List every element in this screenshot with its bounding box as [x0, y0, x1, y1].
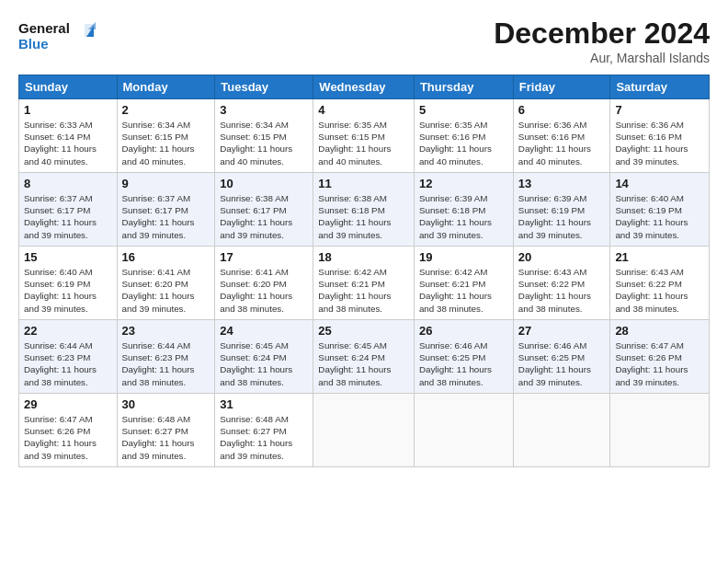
title-block: December 2024 Aur, Marshall Islands	[494, 17, 710, 65]
table-row: 1Sunrise: 6:33 AM Sunset: 6:14 PM Daylig…	[19, 99, 118, 173]
col-saturday: Saturday	[610, 75, 710, 99]
table-row: 31Sunrise: 6:48 AM Sunset: 6:27 PM Dayli…	[215, 394, 313, 467]
day-number: 9	[122, 177, 210, 190]
day-info: Sunrise: 6:43 AM Sunset: 6:22 PM Dayligh…	[615, 266, 704, 315]
table-row: 11Sunrise: 6:38 AM Sunset: 6:18 PM Dayli…	[313, 173, 415, 247]
day-info: Sunrise: 6:41 AM Sunset: 6:20 PM Dayligh…	[122, 266, 210, 315]
calendar-week-row: 8Sunrise: 6:37 AM Sunset: 6:17 PM Daylig…	[19, 173, 710, 247]
table-row: 23Sunrise: 6:44 AM Sunset: 6:23 PM Dayli…	[117, 320, 215, 394]
day-number: 27	[518, 324, 606, 338]
day-number: 4	[318, 103, 409, 117]
day-info: Sunrise: 6:35 AM Sunset: 6:16 PM Dayligh…	[419, 119, 508, 167]
day-number: 2	[122, 103, 210, 117]
table-row: 7Sunrise: 6:36 AM Sunset: 6:16 PM Daylig…	[610, 99, 710, 173]
day-number: 12	[419, 177, 508, 190]
table-row: 13Sunrise: 6:39 AM Sunset: 6:19 PM Dayli…	[513, 173, 610, 247]
table-row: 16Sunrise: 6:41 AM Sunset: 6:20 PM Dayli…	[117, 247, 215, 320]
day-info: Sunrise: 6:47 AM Sunset: 6:26 PM Dayligh…	[615, 339, 704, 388]
day-info: Sunrise: 6:48 AM Sunset: 6:27 PM Dayligh…	[122, 413, 210, 462]
day-number: 19	[419, 250, 508, 264]
table-row: 27Sunrise: 6:46 AM Sunset: 6:25 PM Dayli…	[513, 320, 610, 394]
day-info: Sunrise: 6:36 AM Sunset: 6:16 PM Dayligh…	[615, 119, 704, 167]
day-number: 20	[518, 250, 606, 264]
day-info: Sunrise: 6:45 AM Sunset: 6:24 PM Dayligh…	[318, 339, 409, 388]
table-row: 2Sunrise: 6:34 AM Sunset: 6:15 PM Daylig…	[117, 99, 215, 173]
day-number: 6	[518, 103, 606, 117]
day-number: 15	[24, 250, 112, 264]
table-row: 21Sunrise: 6:43 AM Sunset: 6:22 PM Dayli…	[610, 247, 710, 320]
calendar-week-row: 22Sunrise: 6:44 AM Sunset: 6:23 PM Dayli…	[19, 320, 710, 394]
table-row: 18Sunrise: 6:42 AM Sunset: 6:21 PM Dayli…	[313, 247, 415, 320]
day-info: Sunrise: 6:34 AM Sunset: 6:15 PM Dayligh…	[220, 119, 308, 167]
table-row	[414, 394, 513, 467]
table-row: 25Sunrise: 6:45 AM Sunset: 6:24 PM Dayli…	[313, 320, 415, 394]
day-info: Sunrise: 6:37 AM Sunset: 6:17 PM Dayligh…	[24, 192, 112, 241]
day-number: 22	[24, 324, 112, 338]
day-number: 18	[318, 250, 409, 264]
day-info: Sunrise: 6:40 AM Sunset: 6:19 PM Dayligh…	[615, 192, 704, 241]
table-row: 20Sunrise: 6:43 AM Sunset: 6:22 PM Dayli…	[513, 247, 610, 320]
col-thursday: Thursday	[414, 75, 513, 99]
day-number: 17	[220, 250, 308, 264]
col-monday: Monday	[117, 75, 215, 99]
table-row: 3Sunrise: 6:34 AM Sunset: 6:15 PM Daylig…	[215, 99, 313, 173]
day-info: Sunrise: 6:46 AM Sunset: 6:25 PM Dayligh…	[518, 339, 606, 388]
day-number: 5	[419, 103, 508, 117]
svg-text:Blue: Blue	[18, 36, 49, 52]
day-info: Sunrise: 6:35 AM Sunset: 6:15 PM Dayligh…	[318, 119, 409, 167]
day-info: Sunrise: 6:44 AM Sunset: 6:23 PM Dayligh…	[122, 339, 210, 388]
day-number: 29	[24, 397, 112, 411]
col-sunday: Sunday	[19, 75, 118, 99]
day-number: 1	[24, 103, 112, 117]
day-number: 31	[220, 397, 308, 411]
table-row: 22Sunrise: 6:44 AM Sunset: 6:23 PM Dayli…	[19, 320, 118, 394]
table-row: 14Sunrise: 6:40 AM Sunset: 6:19 PM Dayli…	[610, 173, 710, 247]
svg-text:General: General	[18, 20, 70, 36]
day-info: Sunrise: 6:39 AM Sunset: 6:18 PM Dayligh…	[419, 192, 508, 241]
table-row	[610, 394, 710, 467]
table-row	[513, 394, 610, 467]
location: Aur, Marshall Islands	[494, 51, 710, 65]
table-row: 8Sunrise: 6:37 AM Sunset: 6:17 PM Daylig…	[19, 173, 118, 247]
day-info: Sunrise: 6:34 AM Sunset: 6:15 PM Dayligh…	[122, 119, 210, 167]
day-number: 21	[615, 250, 704, 264]
table-row: 15Sunrise: 6:40 AM Sunset: 6:19 PM Dayli…	[19, 247, 118, 320]
header: General Blue December 2024 Aur, Marshall…	[18, 17, 710, 65]
table-row: 19Sunrise: 6:42 AM Sunset: 6:21 PM Dayli…	[414, 247, 513, 320]
day-info: Sunrise: 6:40 AM Sunset: 6:19 PM Dayligh…	[24, 266, 112, 315]
day-info: Sunrise: 6:44 AM Sunset: 6:23 PM Dayligh…	[24, 339, 112, 388]
day-number: 13	[518, 177, 606, 190]
day-info: Sunrise: 6:46 AM Sunset: 6:25 PM Dayligh…	[419, 339, 508, 388]
table-row: 30Sunrise: 6:48 AM Sunset: 6:27 PM Dayli…	[117, 394, 215, 467]
day-info: Sunrise: 6:41 AM Sunset: 6:20 PM Dayligh…	[220, 266, 308, 315]
day-number: 23	[122, 324, 210, 338]
day-info: Sunrise: 6:42 AM Sunset: 6:21 PM Dayligh…	[419, 266, 508, 315]
day-number: 25	[318, 324, 409, 338]
table-row: 6Sunrise: 6:36 AM Sunset: 6:16 PM Daylig…	[513, 99, 610, 173]
day-info: Sunrise: 6:36 AM Sunset: 6:16 PM Dayligh…	[518, 119, 606, 167]
table-row: 9Sunrise: 6:37 AM Sunset: 6:17 PM Daylig…	[117, 173, 215, 247]
day-info: Sunrise: 6:39 AM Sunset: 6:19 PM Dayligh…	[518, 192, 606, 241]
day-number: 30	[122, 397, 210, 411]
table-row: 4Sunrise: 6:35 AM Sunset: 6:15 PM Daylig…	[313, 99, 415, 173]
logo-block: General Blue	[18, 17, 101, 59]
day-number: 26	[419, 324, 508, 338]
table-row: 10Sunrise: 6:38 AM Sunset: 6:17 PM Dayli…	[215, 173, 313, 247]
day-number: 10	[220, 177, 308, 190]
table-row: 5Sunrise: 6:35 AM Sunset: 6:16 PM Daylig…	[414, 99, 513, 173]
day-info: Sunrise: 6:37 AM Sunset: 6:17 PM Dayligh…	[122, 192, 210, 241]
day-info: Sunrise: 6:38 AM Sunset: 6:17 PM Dayligh…	[220, 192, 308, 241]
day-number: 3	[220, 103, 308, 117]
day-number: 11	[318, 177, 409, 190]
logo: General Blue	[18, 17, 101, 59]
calendar-table: Sunday Monday Tuesday Wednesday Thursday…	[18, 75, 710, 467]
day-info: Sunrise: 6:43 AM Sunset: 6:22 PM Dayligh…	[518, 266, 606, 315]
col-friday: Friday	[513, 75, 610, 99]
day-info: Sunrise: 6:33 AM Sunset: 6:14 PM Dayligh…	[24, 119, 112, 167]
day-number: 8	[24, 177, 112, 190]
day-info: Sunrise: 6:48 AM Sunset: 6:27 PM Dayligh…	[220, 413, 308, 462]
day-number: 28	[615, 324, 704, 338]
table-row: 24Sunrise: 6:45 AM Sunset: 6:24 PM Dayli…	[215, 320, 313, 394]
month-title: December 2024	[494, 17, 710, 51]
calendar-week-row: 1Sunrise: 6:33 AM Sunset: 6:14 PM Daylig…	[19, 99, 710, 173]
